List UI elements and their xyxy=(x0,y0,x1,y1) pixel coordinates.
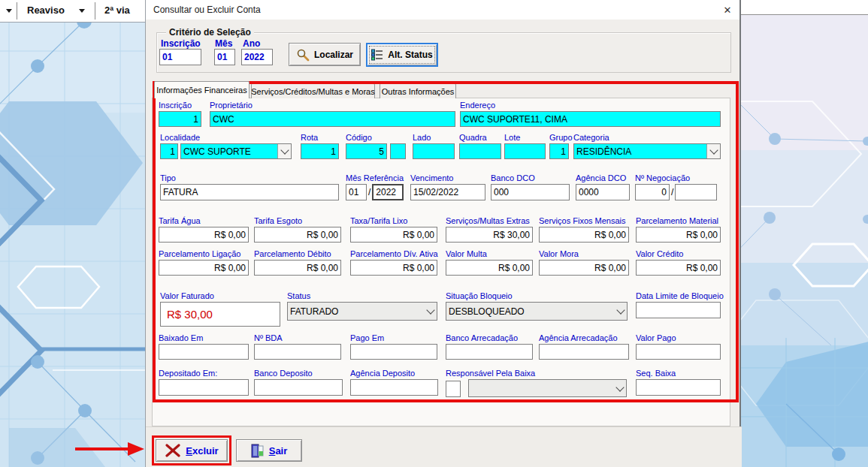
baixado-em-label: Baixado Em xyxy=(159,333,249,342)
servicos-multas-extras-field[interactable]: R$ 30,00 xyxy=(446,227,533,243)
situacao-bloqueio-combo[interactable]: DESBLOQUEADO xyxy=(446,302,628,321)
excluir-button[interactable]: Excluir xyxy=(156,439,228,462)
seq-baixa-field[interactable] xyxy=(636,379,721,396)
ano-criteria-field[interactable]: 2022 xyxy=(241,49,273,65)
valor-faturado-field[interactable]: R$ 30,00 xyxy=(160,302,280,327)
banco-dco-label: Banco DCO xyxy=(491,173,570,182)
toolbar-separator xyxy=(95,2,95,20)
mes-referencia-month-field[interactable]: 01 xyxy=(346,184,367,200)
endereco-field[interactable]: CWC SUPORTE11, CIMA xyxy=(460,111,721,127)
data-limite-bloqueio-field[interactable] xyxy=(636,302,721,318)
taxa-tarifa-lixo-field[interactable]: R$ 0,00 xyxy=(350,227,437,243)
parcelamento-material-label: Parcelamento Material xyxy=(636,216,721,225)
tipo-label: Tipo xyxy=(160,173,339,182)
endereco-label: Endereço xyxy=(460,101,721,110)
proprietario-field[interactable]: CWC xyxy=(210,111,455,127)
grupo-field[interactable]: 1 xyxy=(549,143,569,159)
valor-pago-label: Valor Pago xyxy=(636,333,721,342)
parcelamento-debito-label: Parcelamento Débito xyxy=(254,249,341,258)
dialog-consultar-ou-excluir-conta: Consultar ou Excluir Conta ✕ Critério de… xyxy=(145,0,741,467)
data-limite-bloqueio-label: Data Limite de Bloqueio xyxy=(636,291,721,300)
chevron-down-icon[interactable] xyxy=(613,380,626,396)
dropdown-arrow-icon[interactable] xyxy=(79,9,85,13)
rota-field[interactable]: 1 xyxy=(301,143,339,159)
valor-pago-field[interactable] xyxy=(636,344,721,360)
agencia-deposito-label: Agência Deposito xyxy=(350,369,438,378)
parcelamento-ligacao-field[interactable]: R$ 0,00 xyxy=(159,260,249,276)
chevron-down-icon[interactable] xyxy=(277,144,291,158)
localizar-button[interactable]: Localizar xyxy=(289,43,361,66)
inscricao-field[interactable]: 1 xyxy=(159,111,201,127)
status-label: Status xyxy=(287,291,437,300)
hexagon-pattern-right xyxy=(741,15,868,467)
valor-mora-field[interactable]: R$ 0,00 xyxy=(539,260,629,276)
exit-door-icon xyxy=(251,443,265,458)
tipo-field[interactable]: FATURA xyxy=(160,184,339,200)
tarifa-esgoto-field[interactable]: R$ 0,00 xyxy=(254,227,341,243)
alt-status-button[interactable]: Alt. Status xyxy=(366,43,438,67)
agencia-arrecadacao-field[interactable] xyxy=(539,344,629,360)
mes-criteria-field[interactable]: 01 xyxy=(214,49,235,65)
status-combo[interactable]: FATURADO xyxy=(287,302,437,321)
quadra-field[interactable] xyxy=(459,143,501,159)
dropdown-arrow-icon[interactable] xyxy=(6,9,12,13)
chevron-down-icon[interactable] xyxy=(614,303,627,320)
negociacao-extra-field[interactable] xyxy=(675,184,717,200)
servicos-fixos-mensais-field[interactable]: R$ 0,00 xyxy=(539,227,629,243)
banco-arrecadacao-field[interactable] xyxy=(446,344,533,360)
chevron-down-icon[interactable] xyxy=(706,144,720,158)
responsavel-pela-baixa-label: Responsável Pela Baixa xyxy=(446,369,627,378)
categoria-combo[interactable]: RESIDÊNCIA xyxy=(573,143,721,159)
servicos-multas-extras-label: Serviços/Multas Extras xyxy=(446,216,533,225)
agencia-dco-field[interactable]: 0000 xyxy=(576,184,630,200)
tarifa-agua-label: Tarifa Água xyxy=(159,216,249,225)
rota-label: Rota xyxy=(301,133,339,142)
codigo-extra-field[interactable] xyxy=(390,143,406,159)
sair-button[interactable]: Sair xyxy=(236,439,302,462)
situacao-bloqueio-label: Situação Bloqueio xyxy=(446,291,628,300)
localidade-code-field[interactable]: 1 xyxy=(160,143,178,159)
slash-separator: / xyxy=(670,187,675,197)
proprietario-label: Proprietário xyxy=(210,101,455,110)
lote-field[interactable] xyxy=(504,143,546,159)
toolbar-item-reaviso[interactable]: Reaviso xyxy=(27,5,65,16)
parcelamento-div-ativa-field[interactable]: R$ 0,00 xyxy=(350,260,437,276)
mes-referencia-year-field[interactable]: 2022 xyxy=(372,184,404,200)
valor-multa-field[interactable]: R$ 0,00 xyxy=(446,260,533,276)
codigo-label: Código xyxy=(346,133,406,142)
pago-em-field[interactable] xyxy=(350,344,437,360)
baixado-em-field[interactable] xyxy=(159,344,249,360)
responsavel-combo-value xyxy=(469,380,613,396)
inscricao-criteria-field[interactable]: 01 xyxy=(159,49,201,65)
tarifa-agua-field[interactable]: R$ 0,00 xyxy=(159,227,249,243)
ano-criteria-label: Ano xyxy=(243,38,260,49)
servicos-fixos-mensais-label: Serviços Fixos Mensais xyxy=(539,216,629,225)
tab-outras-informacoes[interactable]: Outras Informações xyxy=(380,83,456,98)
lado-field[interactable] xyxy=(413,143,455,159)
valor-credito-label: Valor Crédito xyxy=(636,249,721,258)
status-combo-value: FATURADO xyxy=(288,303,424,320)
banco-deposito-field[interactable] xyxy=(254,379,343,396)
alt-status-button-label: Alt. Status xyxy=(388,50,432,60)
depositado-em-label: Depositado Em: xyxy=(159,369,249,378)
parcelamento-debito-field[interactable]: R$ 0,00 xyxy=(254,260,341,276)
valor-credito-field[interactable]: R$ 0,00 xyxy=(636,260,721,276)
parcelamento-material-field[interactable]: R$ 0,00 xyxy=(636,227,721,243)
toolbar-item-2a-via[interactable]: 2ª via xyxy=(104,5,130,16)
negociacao-num-field[interactable]: 0 xyxy=(635,184,670,200)
responsavel-combo[interactable] xyxy=(468,379,627,397)
localidade-combo[interactable]: CWC SUPORTE xyxy=(180,143,292,159)
criteria-group-label: Critério de Seleção xyxy=(166,27,254,38)
vencimento-field[interactable]: 15/02/2022 xyxy=(410,184,485,200)
chevron-down-icon[interactable] xyxy=(424,303,437,320)
responsavel-code-field[interactable] xyxy=(446,381,461,397)
codigo-field[interactable]: 5 xyxy=(346,143,387,159)
agencia-arrecadacao-label: Agência Arrecadação xyxy=(539,333,629,342)
tab-informacoes-financeiras[interactable]: Informações Financeiras xyxy=(154,81,250,98)
depositado-em-field[interactable] xyxy=(159,379,249,396)
close-icon[interactable]: ✕ xyxy=(720,3,735,17)
n-bda-field[interactable] xyxy=(254,344,341,360)
agencia-deposito-field[interactable] xyxy=(350,379,438,396)
tab-servicos-creditos-multas[interactable]: Serviços/Créditos/Multas e Moras xyxy=(251,83,375,98)
banco-dco-field[interactable]: 000 xyxy=(491,184,570,200)
